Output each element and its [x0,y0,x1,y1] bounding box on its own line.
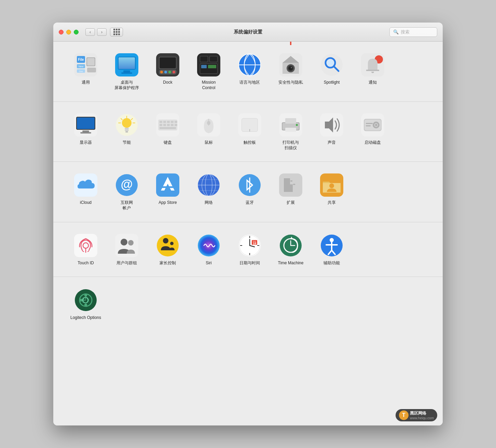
touchid-icon-wrap [73,233,98,258]
svg-rect-15 [121,72,132,74]
svg-point-150 [84,304,87,306]
back-button[interactable]: ‹ [85,28,95,36]
pref-parental[interactable]: 家长控制 [149,230,187,269]
logitech-icon [74,289,97,312]
desktop-icon [115,53,138,76]
svg-rect-70 [160,124,162,126]
pref-bluetooth[interactable]: 蓝牙 [231,170,268,213]
svg-rect-67 [167,121,170,123]
network-icon-wrap [196,173,221,197]
svg-rect-26 [200,56,208,62]
svg-point-88 [296,124,298,126]
accessibility-icon [320,234,343,257]
language-icon-wrap [237,53,262,77]
energy-label: 节能 [123,140,131,145]
pref-printer[interactable]: 打印机与扫描仪 [272,110,309,153]
siri-icon [197,234,220,257]
mission-icon-wrap [196,53,221,77]
svg-point-115 [329,183,334,188]
pref-timemachine[interactable]: Time Machine [272,230,309,269]
pref-spotlight[interactable]: Spotlight [313,50,350,93]
pref-energy[interactable]: 节能 [108,110,146,153]
pref-users[interactable]: 用户与群组 [108,230,146,269]
pref-display[interactable]: 显示器 [67,110,105,153]
search-box[interactable]: 🔍 搜索 [389,27,437,37]
svg-text:@: @ [121,177,133,191]
svg-rect-72 [167,124,170,126]
pref-desktop[interactable]: 桌面与屏幕保护程序 [108,50,146,93]
startup-icon-wrap [360,113,385,137]
energy-icon-wrap [114,113,139,137]
svg-rect-55 [125,128,129,129]
svg-rect-8 [87,58,95,66]
mouse-icon [197,113,220,137]
security-icon-wrap [278,53,303,77]
pref-extensions[interactable]: 扩展 [272,170,309,213]
pref-trackpad[interactable]: 触控板 [231,110,268,153]
icloud-icon [74,173,97,197]
pref-network[interactable]: 网络 [190,170,228,213]
traffic-lights [59,30,79,34]
svg-point-149 [84,294,87,297]
spotlight-label: Spotlight [324,80,340,85]
pref-siri[interactable]: Siri [190,230,228,269]
security-icon [279,53,302,76]
system-icons-grid: Touch ID 用户与群组 [67,230,429,269]
svg-text:18: 18 [253,242,256,245]
pref-touchid[interactable]: Touch ID [67,230,105,269]
svg-rect-51 [82,130,89,132]
pref-keyboard[interactable]: 键盘 [149,110,187,153]
pref-mission[interactable]: MissionControl [190,50,228,93]
close-button[interactable] [59,30,64,34]
minimize-button[interactable] [66,30,71,34]
internet-icon: @ [115,173,138,197]
touchid-icon [74,234,97,257]
svg-rect-28 [210,56,217,62]
section-system: Touch ID 用户与群组 [53,222,443,277]
pref-datetime[interactable]: JUL 18 日期与时间 [231,230,268,269]
section-internet: iCloud @ 互联网帐户 [53,162,443,222]
svg-rect-22 [168,71,171,73]
svg-point-78 [207,121,210,125]
trackpad-label: 触控板 [244,140,256,145]
forward-button[interactable]: › [97,28,107,36]
pref-mouse[interactable]: 鼠标 [190,110,228,153]
sound-label: 声音 [328,140,336,145]
pref-appstore[interactable]: App Store [149,170,187,213]
pref-sharing[interactable]: 共享 [313,170,350,213]
pref-notification[interactable]: 通知 [354,50,391,93]
display-icon-wrap [73,113,98,137]
datetime-label: 日期与时间 [239,261,260,266]
svg-rect-13 [119,57,135,69]
mouse-icon-wrap [196,113,221,137]
touchid-label: Touch ID [78,261,94,266]
grid-view-button[interactable] [110,28,123,37]
printer-icon [279,113,302,137]
pref-accessibility[interactable]: 辅助功能 [313,230,350,269]
svg-rect-31 [201,65,207,68]
maximize-button[interactable] [74,30,79,34]
pref-logitech[interactable]: Logitech Options [67,285,105,323]
timemachine-label: Time Machine [278,261,304,266]
pref-security[interactable]: 安全性与隐私 [272,50,309,93]
nav-buttons: ‹ › [85,28,107,36]
pref-internet[interactable]: @ 互联网帐户 [108,170,146,213]
svg-rect-96 [366,123,373,124]
svg-text:One: One [79,70,83,72]
pref-dock[interactable]: Dock [149,50,187,93]
desktop-icon-wrap [114,53,139,77]
svg-rect-21 [164,71,167,73]
extensions-label: 扩展 [287,200,295,206]
sharing-icon-wrap [319,173,344,197]
svg-point-124 [170,242,174,245]
keyboard-icon [156,113,179,137]
internet-icons-grid: iCloud @ 互联网帐户 [67,170,429,213]
pref-sound[interactable]: 声音 [313,110,350,153]
pref-icloud[interactable]: iCloud [67,170,105,213]
appstore-icon [156,173,179,197]
pref-startup[interactable]: 启动磁盘 [354,110,391,153]
pref-language[interactable]: 语言与地区 [231,50,268,93]
desktop-label: 桌面与屏幕保护程序 [114,80,139,90]
personal-icons-grid: File New One 通用 [67,50,429,93]
pref-general[interactable]: File New One 通用 [67,50,105,93]
